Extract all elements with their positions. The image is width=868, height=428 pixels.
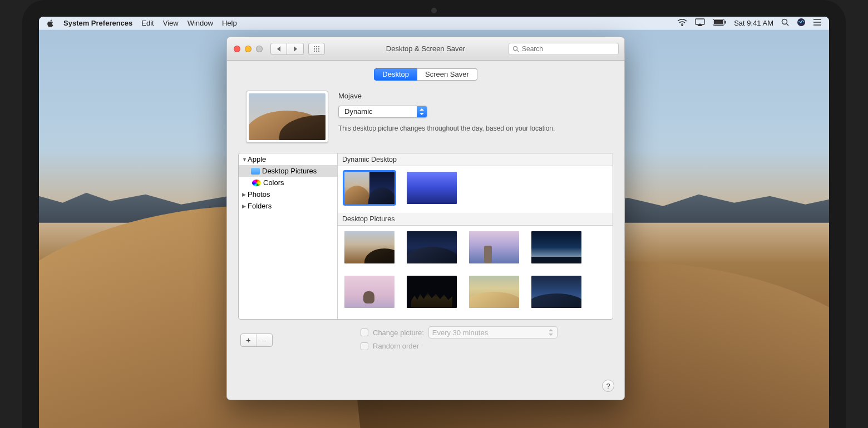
- tab-screensaver[interactable]: Screen Saver: [417, 68, 477, 81]
- mode-popup[interactable]: Dynamic: [338, 106, 427, 118]
- svg-line-21: [517, 50, 519, 52]
- svg-point-19: [318, 51, 319, 52]
- mode-description: This desktop picture changes throughout …: [338, 125, 613, 132]
- tab-control: Desktop Screen Saver: [238, 68, 613, 81]
- random-order-checkbox[interactable]: [361, 342, 368, 350]
- wifi-icon[interactable]: [677, 18, 687, 28]
- menu-view[interactable]: View: [163, 19, 179, 27]
- svg-point-5: [782, 19, 787, 24]
- minimize-button[interactable]: [245, 46, 251, 52]
- thumb-solar-gradients[interactable]: [407, 172, 457, 204]
- airplay-icon[interactable]: [695, 18, 705, 28]
- menu-edit[interactable]: Edit: [141, 19, 154, 27]
- add-remove-buttons: + –: [240, 334, 273, 347]
- menu-window[interactable]: Window: [188, 19, 213, 27]
- siri-icon[interactable]: [797, 18, 806, 28]
- svg-point-15: [316, 48, 317, 49]
- svg-point-18: [316, 51, 317, 52]
- zoom-button[interactable]: [256, 46, 263, 52]
- remove-folder-button[interactable]: –: [257, 334, 272, 346]
- svg-rect-4: [725, 21, 726, 24]
- wallpaper-gallery[interactable]: Dynamic Desktop Desktop Pictures: [338, 153, 613, 319]
- svg-line-6: [787, 24, 788, 26]
- svg-point-12: [316, 46, 317, 47]
- apple-menu[interactable]: [47, 19, 55, 27]
- svg-point-16: [318, 48, 319, 49]
- tab-desktop[interactable]: Desktop: [374, 68, 417, 81]
- titlebar[interactable]: Desktop & Screen Saver: [227, 37, 624, 61]
- sidebar-apple[interactable]: ▼Apple: [239, 153, 337, 165]
- source-sidebar: ▼Apple Desktop Pictures Colors ▶Photos ▶…: [239, 153, 338, 319]
- battery-icon[interactable]: [713, 19, 726, 27]
- svg-point-11: [314, 46, 315, 47]
- thumb-night-cactus[interactable]: [407, 276, 457, 308]
- svg-point-13: [318, 46, 319, 47]
- svg-rect-3: [714, 20, 723, 24]
- menu-app-name[interactable]: System Preferences: [63, 19, 132, 27]
- thumb-horizon-dark[interactable]: [531, 231, 581, 263]
- search-input[interactable]: [522, 45, 615, 53]
- menu-help[interactable]: Help: [222, 19, 237, 27]
- sidebar-photos[interactable]: ▶Photos: [239, 188, 337, 200]
- menubar: System Preferences Edit View Window Help…: [39, 17, 829, 30]
- change-picture-checkbox[interactable]: [361, 329, 368, 336]
- back-button[interactable]: [270, 43, 287, 55]
- forward-button[interactable]: [287, 43, 304, 55]
- svg-point-17: [314, 51, 315, 52]
- random-order-label: Random order: [373, 342, 419, 350]
- notification-center-icon[interactable]: [813, 19, 821, 27]
- svg-point-0: [682, 25, 683, 26]
- close-button[interactable]: [234, 46, 240, 52]
- current-wallpaper-preview: [246, 91, 328, 143]
- spotlight-icon[interactable]: [781, 18, 789, 28]
- svg-point-14: [314, 48, 315, 49]
- menubar-clock[interactable]: Sat 9:41 AM: [734, 19, 773, 27]
- search-field[interactable]: [509, 43, 619, 55]
- sidebar-colors[interactable]: Colors: [239, 177, 337, 188]
- section-dynamic: Dynamic Desktop: [338, 153, 613, 166]
- prefs-window: Desktop & Screen Saver Desktop Screen Sa…: [226, 37, 625, 400]
- thumb-sand-dunes-light[interactable]: [469, 276, 519, 308]
- thumb-sand-dunes-blue[interactable]: [531, 276, 581, 308]
- thumb-desert-rock[interactable]: [469, 231, 519, 263]
- section-pictures: Desktop Pictures: [338, 213, 613, 226]
- chevron-updown-icon: [417, 106, 427, 117]
- thumb-mojave-dynamic[interactable]: [344, 172, 394, 204]
- svg-point-20: [514, 47, 517, 51]
- interval-value: Every 30 minutes: [432, 329, 488, 337]
- show-all-button[interactable]: [308, 43, 325, 55]
- add-folder-button[interactable]: +: [241, 334, 257, 346]
- camera-dot: [431, 8, 437, 13]
- interval-popup[interactable]: Every 30 minutes: [428, 326, 558, 339]
- change-picture-label: Change picture:: [373, 329, 424, 337]
- sidebar-folders[interactable]: ▶Folders: [239, 200, 337, 212]
- thumb-mojave-day[interactable]: [344, 231, 394, 263]
- wallpaper-name: Mojave: [338, 92, 613, 100]
- thumb-pink-lake[interactable]: [344, 276, 394, 308]
- laptop-bezel: System Preferences Edit View Window Help…: [22, 0, 846, 428]
- mode-popup-value: Dynamic: [339, 106, 417, 117]
- thumb-mojave-night[interactable]: [407, 231, 457, 263]
- help-button[interactable]: ?: [602, 380, 614, 392]
- sidebar-desktop-pictures[interactable]: Desktop Pictures: [239, 165, 337, 177]
- desktop-screen: System Preferences Edit View Window Help…: [39, 17, 829, 428]
